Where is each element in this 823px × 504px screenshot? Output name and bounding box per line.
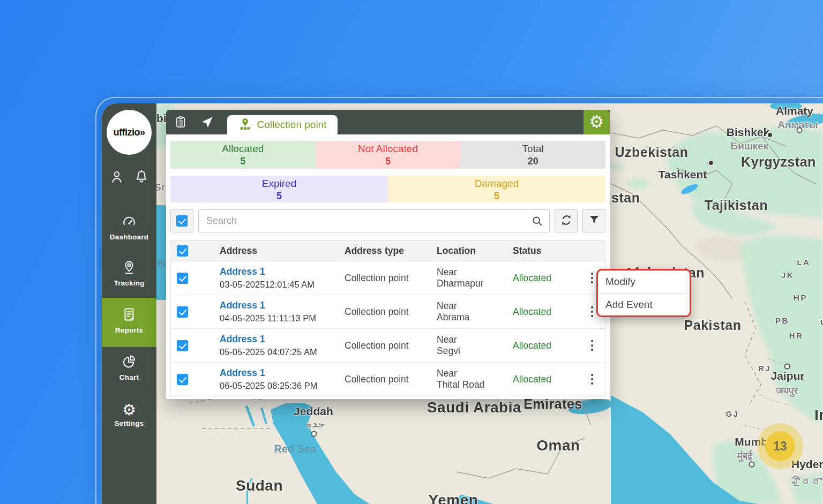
stat-not-allocated[interactable]: Not Allocated 5 [316, 141, 461, 169]
stat-label: Total [460, 142, 605, 155]
address-link[interactable]: Address 1 [220, 300, 338, 312]
sidebar-item-label: Settings [102, 419, 156, 427]
row-checkbox[interactable] [177, 273, 188, 284]
filter-button[interactable] [582, 209, 605, 232]
map-label: హైదరా [791, 476, 822, 487]
sidebar-item-chart[interactable]: Chart [102, 353, 156, 385]
city-marker-icon [767, 132, 773, 138]
search-input[interactable] [198, 209, 550, 232]
col-header-address-type: Address type [338, 245, 430, 257]
map-label: Red Sea [274, 443, 317, 455]
map-label: Oman [536, 437, 580, 454]
address-type: Collection point [338, 306, 430, 318]
map-label: PB [775, 316, 789, 325]
address-datetime: 04-05-2025 11:11:13 PM [220, 313, 338, 324]
stat-label: Not Allocated [316, 142, 461, 155]
stats-row-1: Allocated 5 Not Allocated 5 Total 20 [170, 141, 605, 169]
map-label: LA [797, 258, 811, 267]
map-label: Kyrgyzstan [741, 154, 816, 170]
map-label: Saudi Arabia [427, 399, 521, 416]
table-row[interactable]: Address 1 03-05-202512:01:45 AM Collecti… [171, 261, 605, 295]
map-label: RJ [758, 364, 771, 373]
col-header-location: Location [430, 245, 506, 257]
refresh-icon [559, 213, 573, 229]
filter-icon [587, 213, 601, 229]
stat-label: Expired [170, 177, 388, 190]
map-label: मुंबई [737, 450, 752, 462]
row-checkbox[interactable] [177, 306, 188, 318]
header-checkbox[interactable] [177, 245, 188, 257]
search-row [170, 209, 605, 232]
panel-toolbar: Collection point ⚙ [166, 110, 610, 134]
checklist-icon[interactable] [174, 115, 188, 129]
tracking-pin-icon [121, 268, 137, 277]
send-arrow-icon[interactable] [200, 115, 214, 129]
address-type: Collection point [338, 374, 430, 385]
location-line1: Near [437, 368, 506, 379]
select-all-toggle[interactable] [170, 209, 193, 232]
row-menu-button[interactable] [579, 374, 605, 385]
row-checkbox[interactable] [177, 374, 188, 385]
sidebar-item-dashboard[interactable]: Dashboard [102, 212, 156, 243]
menu-item-add-event[interactable]: Add Event [598, 293, 690, 315]
refresh-button[interactable] [555, 209, 578, 232]
map-label: JK [781, 270, 794, 280]
sidebar-item-settings[interactable]: ⚙ Settings [102, 402, 156, 433]
map-label: In [814, 407, 823, 424]
dashboard-speedometer-icon [121, 222, 137, 231]
map-label: جدة [306, 418, 325, 430]
location-line1: Near [437, 334, 506, 345]
city-marker-icon [797, 127, 803, 133]
stat-total[interactable]: Total 20 [460, 141, 605, 169]
address-link[interactable]: Address 1 [220, 334, 338, 345]
sidebar-item-tracking[interactable]: Tracking [102, 259, 156, 290]
logo-text: uffizio» [114, 127, 145, 138]
city-marker-icon [749, 462, 755, 468]
city-marker-icon [784, 364, 790, 370]
row-menu-button[interactable] [579, 340, 605, 351]
sidebar-item-label: Chart [102, 373, 156, 381]
table-row[interactable]: Address 1 06-05-2025 08:25:36 PM Collect… [171, 363, 605, 396]
location-line1: Near [437, 267, 506, 278]
panel-settings-button[interactable]: ⚙ [583, 110, 610, 134]
status-value: Allocated [506, 374, 579, 385]
map-label: Бишкек [731, 140, 769, 152]
map-cluster-marker[interactable]: 13 [765, 431, 795, 461]
table-row[interactable]: Address 1 04-05-2025 11:11:13 PM Collect… [171, 295, 605, 329]
address-type: Collection point [338, 340, 430, 351]
map-label: U [820, 318, 823, 327]
address-link[interactable]: Address 1 [220, 266, 338, 278]
stat-damaged[interactable]: Damaged 5 [388, 176, 605, 202]
address-link[interactable]: Address 1 [220, 367, 338, 379]
status-value: Allocated [506, 306, 579, 318]
tab-label: Collection point [257, 119, 327, 131]
stat-expired[interactable]: Expired 5 [170, 176, 388, 202]
location-line2: Dharmapur [437, 278, 506, 289]
table-row[interactable]: Address 1 05-05-2025 04:07:25 AM Collect… [171, 329, 605, 363]
sidebar-item-reports[interactable]: Reports [102, 298, 156, 347]
sidebar-item-label: Dashboard [102, 233, 156, 241]
search-icon[interactable] [530, 214, 544, 230]
map-label: HR [789, 331, 804, 340]
sidebar-item-label: Tracking [102, 279, 156, 287]
collection-point-pin-icon [238, 117, 252, 133]
address-datetime: 06-05-2025 08:25:36 PM [220, 380, 338, 392]
menu-item-modify[interactable]: Modify [598, 270, 690, 293]
map-label: Sr [156, 182, 165, 193]
location-line2: Abrama [437, 312, 506, 323]
map-label: Jaipur [770, 370, 804, 382]
stat-allocated[interactable]: Allocated 5 [170, 141, 316, 169]
sidebar-item-label: Reports [102, 326, 156, 334]
bell-icon[interactable] [133, 169, 149, 187]
user-icon[interactable] [109, 169, 125, 187]
tab-collection-point[interactable]: Collection point [227, 115, 338, 134]
address-datetime: 03-05-202512:01:45 AM [220, 279, 338, 290]
map-label: stan [611, 190, 640, 206]
status-value: Allocated [506, 273, 579, 284]
address-datetime: 05-05-2025 04:07:25 AM [220, 347, 338, 358]
map-label: Yemen [429, 492, 478, 504]
row-checkbox[interactable] [177, 340, 188, 351]
location-line2: Thital Road [437, 379, 506, 390]
settings-gear-icon: ⚙ [122, 402, 136, 418]
stat-value: 5 [170, 190, 388, 202]
